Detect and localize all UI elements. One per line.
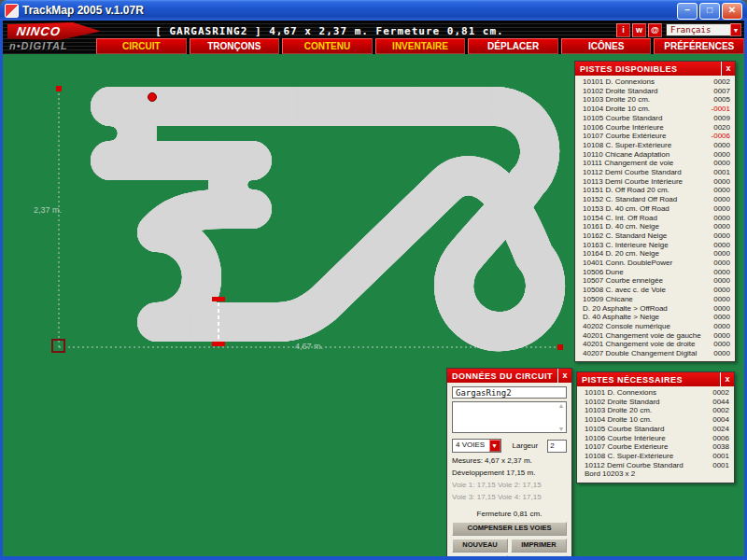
- width-measure-label: 4,67 m.: [295, 342, 323, 351]
- lanes-dropdown-arrow-icon[interactable]: ▼: [489, 440, 500, 452]
- window-border: [0, 21, 3, 560]
- ninco-logo: NINCO: [7, 22, 101, 40]
- width-label: Largeur: [513, 441, 539, 450]
- list-item[interactable]: D. 20 Asphalte > OffRoad0000: [575, 304, 735, 314]
- brand-text: NINCO: [16, 24, 62, 38]
- circuit-data-header[interactable]: DONNÉES DU CIRCUIT x: [447, 369, 571, 383]
- needed-tracks-list: 10101 D. Connexions000210102 Droite Stan…: [577, 386, 734, 483]
- development-text: Développement 17,15 m.: [452, 469, 567, 477]
- list-item[interactable]: 10101 D. Connexions0002: [575, 77, 735, 87]
- list-item[interactable]: 40207 Double Changement Digital0000: [575, 349, 735, 358]
- web-button[interactable]: w: [632, 23, 646, 37]
- tab-deplacer[interactable]: DÉPLACER: [468, 38, 558, 54]
- tab-preferences[interactable]: PRÉFÉRENCES: [654, 38, 744, 54]
- list-item[interactable]: 10162 C. Standard Neige0000: [575, 231, 735, 241]
- list-item[interactable]: 10508 C. avec c. de Voie0000: [575, 286, 735, 295]
- available-tracks-header[interactable]: PISTES DISPONIBLES x: [575, 62, 735, 76]
- list-item[interactable]: 10163 C. Intérieure Neige0000: [575, 241, 735, 250]
- list-item[interactable]: 10401 Conn. DoublePower0000: [575, 259, 735, 268]
- list-item[interactable]: 40201 Changement voie de gauche0000: [575, 331, 735, 341]
- list-item[interactable]: 10107 Courbe Extérieure-0006: [575, 132, 735, 141]
- connection-marker[interactable]: [148, 93, 157, 102]
- list-item[interactable]: 10106 Courbe Intérieure0020: [575, 123, 735, 133]
- circuit-data-panel: DONNÉES DU CIRCUIT x GargasRing2 ▲ ▼ 4 V…: [446, 368, 572, 558]
- measures-text: Mesures: 4,67 x 2,37 m.: [452, 456, 567, 465]
- maximize-button[interactable]: □: [699, 3, 720, 20]
- list-item[interactable]: 10102 Droite Standard0044: [577, 398, 734, 407]
- available-tracks-list: 10101 D. Connexions000210102 Droite Stan…: [575, 76, 735, 361]
- width-input[interactable]: 2: [547, 440, 567, 453]
- list-item[interactable]: 10111 Changement de voie0000: [575, 159, 735, 168]
- new-button[interactable]: NOUVEAU: [452, 539, 508, 553]
- list-item[interactable]: 10104 Droite 10 cm.-0001: [575, 105, 735, 114]
- info-button[interactable]: i: [616, 23, 630, 37]
- close-button[interactable]: ✕: [722, 3, 742, 20]
- lanes-select-value: 4 VOIES: [453, 440, 489, 452]
- circuit-status-text: [ GARGASRING2 ] 4,67 x 2,37 m. Fermeture…: [106, 25, 554, 37]
- height-measure-label: 2,37 m.: [34, 205, 62, 215]
- scroll-up-icon[interactable]: ▲: [558, 402, 565, 409]
- minimize-button[interactable]: –: [677, 3, 698, 20]
- close-icon[interactable]: x: [720, 372, 734, 386]
- language-select[interactable]: Français: [666, 23, 735, 36]
- panel-title: PISTES DISPONIBLES: [575, 64, 721, 74]
- tab-icones[interactable]: ICÔNES: [561, 38, 652, 54]
- list-item[interactable]: 10153 D. 40 cm. Off Road0000: [575, 204, 735, 214]
- scroll-down-icon[interactable]: ▼: [558, 426, 565, 432]
- list-item[interactable]: 10105 Courbe Standard0024: [577, 425, 734, 434]
- list-item[interactable]: 10104 Droite 10 cm.0004: [577, 415, 734, 425]
- mail-button[interactable]: @: [648, 23, 662, 37]
- lanes-select[interactable]: 4 VOIES ▼: [452, 439, 501, 453]
- title-bar[interactable]: TrackMap 2005 v.1.07R – □ ✕: [0, 0, 747, 21]
- list-item[interactable]: 10107 Courbe Extérieure0038: [577, 442, 734, 452]
- list-item[interactable]: 10507 Courbe enneigée0000: [575, 276, 735, 286]
- window-title: TrackMap 2005 v.1.07R: [22, 4, 144, 17]
- list-item[interactable]: 10110 Chicane Adaptation0000: [575, 150, 735, 160]
- list-item[interactable]: 10102 Droite Standard0007: [575, 87, 735, 96]
- panel-title: DONNÉES DU CIRCUIT: [447, 371, 557, 381]
- available-tracks-panel: PISTES DISPONIBLES x 10101 D. Connexions…: [574, 61, 736, 362]
- tab-circuit[interactable]: CIRCUIT: [96, 38, 187, 54]
- list-item[interactable]: D. 40 Asphalte > Neige0000: [575, 313, 735, 322]
- list-item[interactable]: 10105 Courbe Standard0009: [575, 114, 735, 123]
- list-item[interactable]: 10161 D. 40 cm. Neige0000: [575, 222, 735, 231]
- list-item[interactable]: 10108 C. Super-Extérieure0001: [577, 452, 734, 461]
- lanes12-text: Voie 1: 17,15 Voie 2: 17,15: [452, 481, 567, 489]
- closure-text: Fermeture 0,81 cm.: [452, 510, 567, 518]
- list-item[interactable]: 10112 Demi Courbe Standard0001: [577, 461, 734, 470]
- language-dropdown-arrow-icon[interactable]: ▼: [730, 23, 741, 36]
- needed-tracks-panel: PISTES NÉCESSAIRES x 10101 D. Connexions…: [576, 371, 735, 483]
- list-item[interactable]: 40202 Console numérique0000: [575, 322, 735, 331]
- list-item[interactable]: 10506 Dune0000: [575, 268, 735, 277]
- list-item[interactable]: 10103 Droite 20 cm.0002: [577, 406, 734, 415]
- list-item[interactable]: 10152 C. Standard Off Road0000: [575, 195, 735, 204]
- window-border: [0, 556, 747, 560]
- circuit-notes-textarea[interactable]: ▲ ▼: [452, 401, 567, 433]
- list-item[interactable]: 10108 C. Super-Extérieure0000: [575, 141, 735, 150]
- list-item[interactable]: 10509 Chicane0000: [575, 295, 735, 304]
- textarea-scrollbar[interactable]: ▲ ▼: [557, 402, 566, 432]
- needed-tracks-header[interactable]: PISTES NÉCESSAIRES x: [577, 372, 734, 386]
- print-button[interactable]: IMPRIMER: [511, 539, 567, 553]
- list-item[interactable]: Bord 10203 x 2: [577, 469, 734, 479]
- circuit-name-input[interactable]: GargasRing2: [452, 386, 567, 399]
- list-item[interactable]: 10151 D. Off Road 20 cm.0000: [575, 186, 735, 195]
- list-item[interactable]: 10106 Courbe Intérieure0006: [577, 434, 734, 443]
- mini-buttons: i w @: [616, 23, 662, 37]
- app-icon: [5, 4, 19, 18]
- list-item[interactable]: 10101 D. Connexions0002: [577, 388, 734, 398]
- tab-inventaire[interactable]: INVENTAIRE: [375, 38, 466, 54]
- list-item[interactable]: 10113 Demi Courbe Intérieure0000: [575, 177, 735, 187]
- list-item[interactable]: 10103 Droite 20 cm.0005: [575, 95, 735, 105]
- list-item[interactable]: 10154 C. Int. Off Road0000: [575, 214, 735, 223]
- slot-track: [110, 106, 545, 331]
- tab-contenu[interactable]: CONTENU: [282, 38, 373, 54]
- tab-troncons[interactable]: TRONÇONS: [190, 38, 280, 54]
- list-item[interactable]: 10112 Demi Courbe Standard0001: [575, 168, 735, 177]
- close-icon[interactable]: x: [557, 369, 571, 383]
- close-icon[interactable]: x: [721, 62, 735, 76]
- compensate-lanes-button[interactable]: COMPENSER LES VOIES: [452, 522, 567, 536]
- list-item[interactable]: 40201 Changement voie de droite0000: [575, 340, 735, 349]
- app-window: 2,37 m. 4,67 m. TrackMap 2005 v.1.07R – …: [0, 0, 747, 560]
- list-item[interactable]: 10164 D. 20 cm. Neige0000: [575, 249, 735, 259]
